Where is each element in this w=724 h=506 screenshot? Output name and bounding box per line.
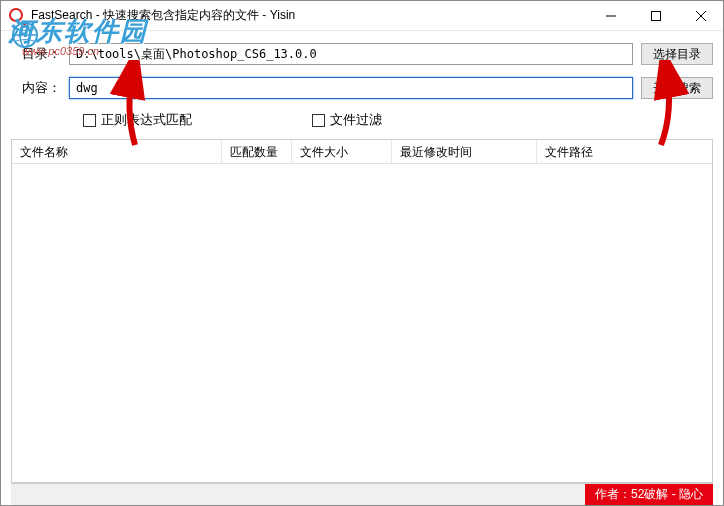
choose-directory-button[interactable]: 选择目录	[641, 43, 713, 65]
minimize-button[interactable]	[588, 1, 633, 30]
regex-checkbox-item[interactable]: 正则表达式匹配	[83, 111, 192, 129]
titlebar-left: FastSearch - 快速搜索包含指定内容的文件 - Yisin	[1, 7, 295, 24]
client-area: 目录： 选择目录 内容： 开始搜索 正则表达式匹配 文件过滤 文件名称 匹配数量…	[1, 31, 723, 505]
content-label: 内容：	[11, 79, 61, 97]
table-header: 文件名称 匹配数量 文件大小 最近修改时间 文件路径	[12, 140, 712, 164]
app-icon	[9, 8, 25, 24]
minimize-icon	[606, 11, 616, 21]
directory-input[interactable]	[69, 43, 633, 65]
column-path[interactable]: 文件路径	[537, 140, 712, 163]
file-filter-checkbox-item[interactable]: 文件过滤	[312, 111, 382, 129]
maximize-icon	[651, 11, 661, 21]
window-title: FastSearch - 快速搜索包含指定内容的文件 - Yisin	[31, 7, 295, 24]
titlebar[interactable]: FastSearch - 快速搜索包含指定内容的文件 - Yisin	[1, 1, 723, 31]
content-row: 内容： 开始搜索	[11, 77, 713, 99]
column-mtime[interactable]: 最近修改时间	[392, 140, 537, 163]
svg-rect-4	[651, 11, 660, 20]
directory-label: 目录：	[11, 45, 61, 63]
results-table: 文件名称 匹配数量 文件大小 最近修改时间 文件路径	[11, 139, 713, 483]
app-window: FastSearch - 快速搜索包含指定内容的文件 - Yisin 目录： 选…	[1, 1, 723, 505]
close-icon	[696, 11, 706, 21]
maximize-button[interactable]	[633, 1, 678, 30]
regex-checkbox-label: 正则表达式匹配	[101, 111, 192, 129]
window-controls	[588, 1, 723, 30]
content-input[interactable]	[69, 77, 633, 99]
start-search-button[interactable]: 开始搜索	[641, 77, 713, 99]
file-filter-checkbox[interactable]	[312, 114, 325, 127]
file-filter-checkbox-label: 文件过滤	[330, 111, 382, 129]
close-button[interactable]	[678, 1, 723, 30]
status-bar: 作者：52破解 - 隐心	[11, 483, 713, 505]
regex-checkbox[interactable]	[83, 114, 96, 127]
column-filesize[interactable]: 文件大小	[292, 140, 392, 163]
column-filename[interactable]: 文件名称	[12, 140, 222, 163]
options-row: 正则表达式匹配 文件过滤	[11, 111, 713, 129]
table-body[interactable]	[12, 164, 712, 482]
column-match-count[interactable]: 匹配数量	[222, 140, 292, 163]
directory-row: 目录： 选择目录	[11, 43, 713, 65]
status-credit: 作者：52破解 - 隐心	[585, 484, 713, 505]
